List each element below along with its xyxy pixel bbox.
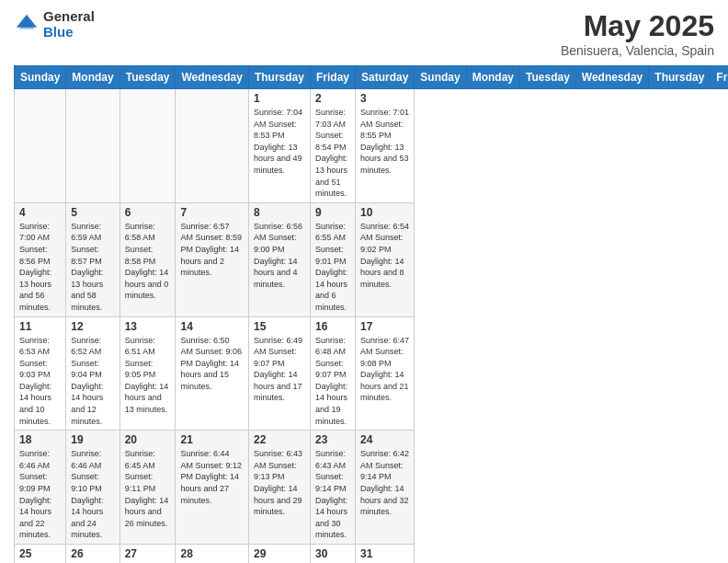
day-info: Sunrise: 6:50 AM Sunset: 9:06 PM Dayligh… [180, 335, 243, 393]
title-location: Benisuera, Valencia, Spain [561, 43, 714, 58]
day-cell: 18Sunrise: 6:46 AM Sunset: 9:09 PM Dayli… [15, 431, 66, 545]
day-cell: 1Sunrise: 7:04 AM Sunset: 8:53 PM Daylig… [248, 89, 310, 203]
header: General Blue May 2025 Benisuera, Valenci… [14, 9, 714, 58]
day-number: 1 [254, 92, 305, 105]
day-info: Sunrise: 7:00 AM Sunset: 8:56 PM Dayligh… [19, 221, 61, 314]
day-info: Sunrise: 6:43 AM Sunset: 9:13 PM Dayligh… [254, 448, 305, 518]
day-number: 27 [125, 547, 171, 560]
week-row-4: 18Sunrise: 6:46 AM Sunset: 9:09 PM Dayli… [15, 431, 729, 545]
day-info: Sunrise: 6:43 AM Sunset: 9:14 PM Dayligh… [315, 448, 350, 541]
col-monday: Monday [466, 66, 519, 89]
day-cell: 13Sunrise: 6:51 AM Sunset: 9:05 PM Dayli… [119, 316, 176, 431]
day-cell: 27Sunrise: 6:40 AM Sunset: 9:17 PM Dayli… [119, 545, 176, 564]
day-info: Sunrise: 6:42 AM Sunset: 9:14 PM Dayligh… [360, 448, 409, 518]
day-number: 16 [315, 320, 350, 333]
day-number: 11 [19, 320, 61, 333]
week-row-3: 11Sunrise: 6:53 AM Sunset: 9:03 PM Dayli… [15, 316, 729, 431]
day-number: 6 [125, 206, 171, 219]
day-cell: 6Sunrise: 6:58 AM Sunset: 8:58 PM Daylig… [119, 202, 176, 316]
day-info: Sunrise: 6:59 AM Sunset: 8:57 PM Dayligh… [71, 221, 114, 314]
day-number: 10 [360, 206, 409, 219]
col-header-saturday: Saturday [355, 66, 414, 89]
day-number: 15 [254, 320, 305, 333]
day-number: 7 [180, 206, 243, 219]
header-row: SundayMondayTuesdayWednesdayThursdayFrid… [15, 66, 729, 89]
week-row-5: 25Sunrise: 6:41 AM Sunset: 9:15 PM Dayli… [15, 545, 729, 564]
day-info: Sunrise: 6:54 AM Sunset: 9:02 PM Dayligh… [360, 221, 409, 291]
day-cell [15, 89, 66, 203]
calendar: SundayMondayTuesdayWednesdayThursdayFrid… [14, 65, 728, 563]
day-number: 20 [125, 433, 171, 446]
day-info: Sunrise: 6:44 AM Sunset: 9:12 PM Dayligh… [180, 448, 243, 506]
day-cell: 30Sunrise: 6:39 AM Sunset: 9:19 PM Dayli… [310, 545, 355, 564]
day-info: Sunrise: 6:52 AM Sunset: 9:04 PM Dayligh… [71, 335, 114, 428]
page: General Blue May 2025 Benisuera, Valenci… [0, 0, 728, 563]
day-info: Sunrise: 6:47 AM Sunset: 9:08 PM Dayligh… [360, 335, 409, 405]
day-cell: 9Sunrise: 6:55 AM Sunset: 9:01 PM Daylig… [310, 202, 355, 316]
logo-icon [14, 12, 40, 38]
day-number: 8 [254, 206, 305, 219]
day-cell: 7Sunrise: 6:57 AM Sunset: 8:59 PM Daylig… [176, 202, 248, 316]
day-cell: 10Sunrise: 6:54 AM Sunset: 9:02 PM Dayli… [355, 202, 414, 316]
day-cell: 2Sunrise: 7:03 AM Sunset: 8:54 PM Daylig… [310, 89, 355, 203]
day-cell: 19Sunrise: 6:46 AM Sunset: 9:10 PM Dayli… [66, 431, 119, 545]
day-cell: 25Sunrise: 6:41 AM Sunset: 9:15 PM Dayli… [15, 545, 66, 564]
day-cell [119, 89, 176, 203]
day-number: 29 [254, 547, 305, 560]
col-thursday: Thursday [649, 66, 711, 89]
day-info: Sunrise: 6:58 AM Sunset: 8:58 PM Dayligh… [125, 221, 171, 302]
week-row-1: 1Sunrise: 7:04 AM Sunset: 8:53 PM Daylig… [15, 89, 729, 203]
day-cell: 26Sunrise: 6:41 AM Sunset: 9:16 PM Dayli… [66, 545, 119, 564]
day-info: Sunrise: 6:57 AM Sunset: 8:59 PM Dayligh… [180, 221, 243, 279]
day-cell: 21Sunrise: 6:44 AM Sunset: 9:12 PM Dayli… [176, 431, 248, 545]
day-number: 31 [360, 547, 409, 560]
day-info: Sunrise: 7:03 AM Sunset: 8:54 PM Dayligh… [315, 107, 350, 200]
day-cell: 11Sunrise: 6:53 AM Sunset: 9:03 PM Dayli… [15, 316, 66, 431]
day-cell: 23Sunrise: 6:43 AM Sunset: 9:14 PM Dayli… [310, 431, 355, 545]
day-cell: 16Sunrise: 6:48 AM Sunset: 9:07 PM Dayli… [310, 316, 355, 431]
title-month: May 2025 [561, 9, 714, 43]
day-cell: 17Sunrise: 6:47 AM Sunset: 9:08 PM Dayli… [355, 316, 414, 431]
day-number: 19 [71, 433, 114, 446]
col-friday: Friday [711, 66, 728, 89]
day-cell: 29Sunrise: 6:39 AM Sunset: 9:18 PM Dayli… [248, 545, 310, 564]
day-info: Sunrise: 6:45 AM Sunset: 9:11 PM Dayligh… [125, 448, 171, 529]
col-header-wednesday: Wednesday [176, 66, 248, 89]
day-cell: 15Sunrise: 6:49 AM Sunset: 9:07 PM Dayli… [248, 316, 310, 431]
day-number: 28 [180, 547, 243, 560]
day-info: Sunrise: 6:56 AM Sunset: 9:00 PM Dayligh… [254, 221, 305, 291]
day-number: 12 [71, 320, 114, 333]
day-number: 22 [254, 433, 305, 446]
day-cell: 8Sunrise: 6:56 AM Sunset: 9:00 PM Daylig… [248, 202, 310, 316]
day-number: 26 [71, 547, 114, 560]
day-info: Sunrise: 6:55 AM Sunset: 9:01 PM Dayligh… [315, 221, 350, 314]
day-info: Sunrise: 7:01 AM Sunset: 8:55 PM Dayligh… [360, 107, 409, 177]
day-number: 30 [315, 547, 350, 560]
day-cell: 3Sunrise: 7:01 AM Sunset: 8:55 PM Daylig… [355, 89, 414, 203]
day-info: Sunrise: 6:51 AM Sunset: 9:05 PM Dayligh… [125, 335, 171, 416]
day-number: 3 [360, 92, 409, 105]
day-number: 4 [19, 206, 61, 219]
col-header-thursday: Thursday [248, 66, 310, 89]
day-number: 24 [360, 433, 409, 446]
logo-text: General Blue [43, 9, 95, 40]
day-cell [176, 89, 248, 203]
day-number: 9 [315, 206, 350, 219]
day-number: 21 [180, 433, 243, 446]
logo: General Blue [14, 9, 95, 40]
col-header-tuesday: Tuesday [119, 66, 176, 89]
logo-general: General [43, 9, 95, 25]
col-header-sunday: Sunday [15, 66, 66, 89]
day-cell: 22Sunrise: 6:43 AM Sunset: 9:13 PM Dayli… [248, 431, 310, 545]
day-info: Sunrise: 6:46 AM Sunset: 9:09 PM Dayligh… [19, 448, 61, 541]
day-number: 2 [315, 92, 350, 105]
day-cell: 20Sunrise: 6:45 AM Sunset: 9:11 PM Dayli… [119, 431, 176, 545]
day-cell: 31Sunrise: 6:38 AM Sunset: 9:20 PM Dayli… [355, 545, 414, 564]
col-wednesday: Wednesday [575, 66, 648, 89]
week-row-2: 4Sunrise: 7:00 AM Sunset: 8:56 PM Daylig… [15, 202, 729, 316]
day-number: 5 [71, 206, 114, 219]
day-number: 17 [360, 320, 409, 333]
day-info: Sunrise: 6:53 AM Sunset: 9:03 PM Dayligh… [19, 335, 61, 428]
col-tuesday: Tuesday [520, 66, 576, 89]
day-number: 25 [19, 547, 61, 560]
